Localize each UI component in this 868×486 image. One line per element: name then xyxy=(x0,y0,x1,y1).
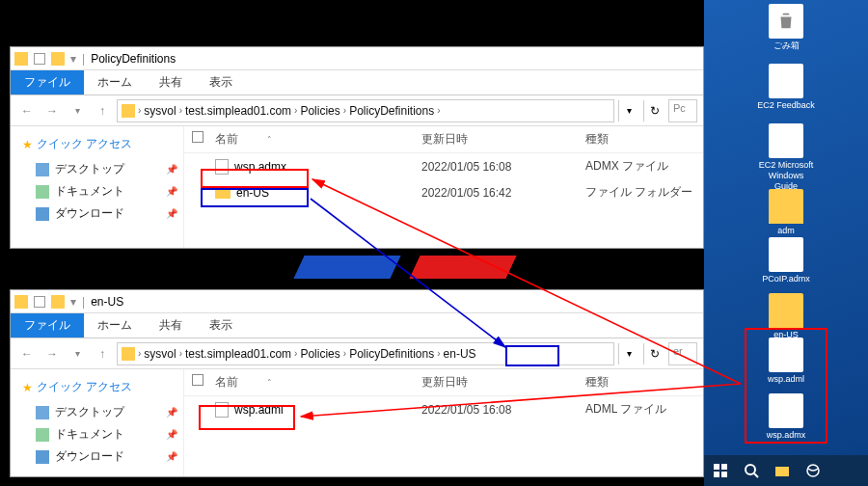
legend-red xyxy=(409,256,516,279)
pin-icon: 📌 xyxy=(166,407,177,418)
file-icon xyxy=(215,159,229,175)
file-icon xyxy=(215,402,229,418)
refresh-icon[interactable]: ↻ xyxy=(643,343,665,364)
breadcrumb-item[interactable]: en-US xyxy=(444,347,476,361)
desktop-icon-pcoipadmx[interactable]: PCoIP.admx xyxy=(757,237,815,284)
folder-icon xyxy=(14,52,28,66)
col-name[interactable]: 名前˄ xyxy=(207,369,414,395)
folder-icon xyxy=(122,347,135,361)
ribbon-file[interactable]: ファイル xyxy=(11,70,84,94)
breadcrumb-item[interactable]: Policies xyxy=(300,347,339,361)
explorer-window-2: ▾ | en-US ファイル ホーム 共有 表示 ← → ▾ ↑ › sysvo… xyxy=(10,289,704,477)
desktop-icon-label: EC2 Microsoft Windows Guide xyxy=(757,160,815,192)
breadcrumb-item[interactable]: sysvol xyxy=(144,347,176,361)
ribbon-home[interactable]: ホーム xyxy=(84,313,146,338)
sidebar-item-downloads[interactable]: ダウンロード📌 xyxy=(20,446,177,468)
ribbon-tabs: ファイル ホーム 共有 表示 xyxy=(11,313,703,338)
sidebar-item-desktop[interactable]: デスクトップ📌 xyxy=(20,158,177,180)
select-all-checkbox[interactable] xyxy=(192,131,203,143)
addressbar-dropdown-icon[interactable]: ▾ xyxy=(618,100,639,122)
search-box[interactable]: er xyxy=(668,342,697,365)
desktop-icon-ec2feedback[interactable]: EC2 Feedback xyxy=(757,64,815,111)
titlebar: ▾ | en-US xyxy=(11,290,703,313)
desktop-icon-recyclebin[interactable]: ごみ箱 xyxy=(757,4,815,51)
breadcrumb-item[interactable]: test.simplead01.com xyxy=(185,347,291,361)
desktop-icon-label: PCoIP.admx xyxy=(757,274,815,284)
file-date: 2022/01/05 16:08 xyxy=(414,400,578,419)
desktop-icon-ec2guide[interactable]: EC2 Microsoft Windows Guide xyxy=(757,123,815,192)
file-row[interactable]: wsp.admx 2022/01/05 16:08 ADMX ファイル xyxy=(184,153,703,179)
nav-back-icon[interactable]: ← xyxy=(16,343,38,364)
search-box[interactable]: Pc xyxy=(668,99,697,122)
nav-up-icon[interactable]: ↑ xyxy=(92,100,113,122)
sidebar-item-label: デスクトップ xyxy=(55,404,124,420)
nav-history-icon[interactable]: ▾ xyxy=(67,343,88,364)
file-name: en-US xyxy=(236,186,269,200)
sidebar-item-desktop[interactable]: デスクトップ📌 xyxy=(20,401,177,423)
col-date[interactable]: 更新日時 xyxy=(414,126,578,152)
highlight-desktop-red xyxy=(745,328,827,444)
legend-blue xyxy=(293,256,400,279)
start-button[interactable] xyxy=(706,457,735,484)
explorer-taskbar-icon[interactable] xyxy=(768,457,797,484)
ribbon-tabs: ファイル ホーム 共有 表示 xyxy=(11,70,703,95)
sort-indicator-icon: ˄ xyxy=(267,378,272,388)
breadcrumb-item[interactable]: PolicyDefinitions xyxy=(349,104,434,118)
quick-access-label: クイック アクセス xyxy=(37,136,132,152)
column-headers: 名前˄ 更新日時 種類 xyxy=(184,126,703,153)
select-all-checkbox[interactable] xyxy=(192,374,203,386)
desktop-icon-adm[interactable]: adm xyxy=(757,189,815,236)
nav-row: ← → ▾ ↑ › sysvol› test.simplead01.com› P… xyxy=(11,338,703,369)
nav-back-icon[interactable]: ← xyxy=(16,100,38,122)
breadcrumb-item[interactable]: test.simplead01.com xyxy=(185,104,291,118)
file-row[interactable]: en-US 2022/01/05 16:42 ファイル フォルダー xyxy=(184,179,703,205)
edge-taskbar-icon[interactable] xyxy=(799,457,827,484)
explorer-window-1: ▾ | PolicyDefinitions ファイル ホーム 共有 表示 ← →… xyxy=(10,46,704,249)
sidebar-item-label: ダウンロード xyxy=(55,205,124,222)
nav-forward-icon[interactable]: → xyxy=(41,100,63,122)
ribbon-view[interactable]: 表示 xyxy=(196,70,246,94)
nav-history-icon[interactable]: ▾ xyxy=(67,100,88,122)
search-taskbar-icon[interactable] xyxy=(737,457,766,484)
ribbon-file[interactable]: ファイル xyxy=(11,313,84,338)
breadcrumb-item[interactable]: PolicyDefinitions xyxy=(349,347,434,361)
sidebar-item-label: ダウンロード xyxy=(55,448,124,465)
qat-icon xyxy=(34,53,45,65)
file-list: 名前˄ 更新日時 種類 wsp.admx 2022/01/05 16:08 AD… xyxy=(184,126,703,248)
folder-icon xyxy=(14,295,28,309)
file-type: ファイル フォルダー xyxy=(578,181,703,203)
quick-access-header[interactable]: ★クイック アクセス xyxy=(22,379,177,395)
file-name: wsp.admx xyxy=(234,160,286,174)
address-bar[interactable]: › sysvol› test.simplead01.com› Policies›… xyxy=(117,342,614,365)
col-type[interactable]: 種類 xyxy=(578,369,703,395)
svg-point-4 xyxy=(746,465,755,474)
svg-rect-6 xyxy=(775,467,789,476)
file-row[interactable]: wsp.adml 2022/01/05 16:08 ADML ファイル xyxy=(184,396,703,422)
address-bar[interactable]: › sysvol› test.simplead01.com› Policies›… xyxy=(117,99,614,122)
ribbon-view[interactable]: 表示 xyxy=(196,313,246,338)
ribbon-home[interactable]: ホーム xyxy=(84,70,146,94)
ribbon-share[interactable]: 共有 xyxy=(146,313,196,338)
sidebar-item-documents[interactable]: ドキュメント📌 xyxy=(20,180,177,202)
quick-access-header[interactable]: ★クイック アクセス xyxy=(22,136,177,152)
qat-icon xyxy=(34,296,45,308)
breadcrumb-item[interactable]: sysvol xyxy=(144,104,176,118)
ribbon-share[interactable]: 共有 xyxy=(146,70,196,94)
nav-forward-icon[interactable]: → xyxy=(41,343,63,364)
col-type[interactable]: 種類 xyxy=(578,126,703,152)
refresh-icon[interactable]: ↻ xyxy=(643,100,665,122)
col-name[interactable]: 名前˄ xyxy=(207,126,414,152)
sidebar-item-downloads[interactable]: ダウンロード📌 xyxy=(20,202,177,225)
desktop-icon-label: ごみ箱 xyxy=(757,40,815,51)
addressbar-dropdown-icon[interactable]: ▾ xyxy=(618,343,639,364)
sidebar-item-documents[interactable]: ドキュメント📌 xyxy=(20,423,177,446)
breadcrumb-item[interactable]: Policies xyxy=(300,104,339,118)
col-label: 名前 xyxy=(215,132,238,146)
sidebar-item-label: デスクトップ xyxy=(55,161,124,177)
sort-indicator-icon: ˄ xyxy=(267,135,272,145)
pin-icon: 📌 xyxy=(166,164,177,175)
col-date[interactable]: 更新日時 xyxy=(414,369,578,395)
desktop: ごみ箱 EC2 Feedback EC2 Microsoft Windows G… xyxy=(704,0,868,486)
svg-line-5 xyxy=(754,473,758,477)
nav-up-icon[interactable]: ↑ xyxy=(92,343,113,364)
